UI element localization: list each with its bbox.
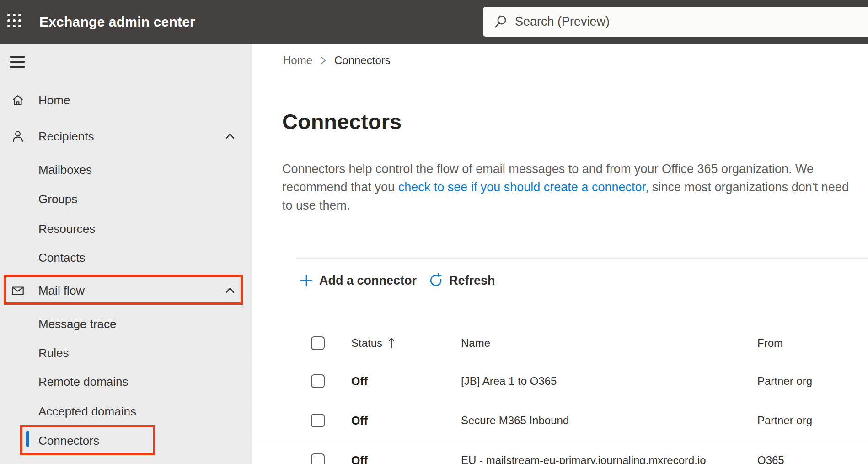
page-description: Connectors help control the flow of emai… [282, 160, 862, 215]
sidebar-item-label: Recipients [38, 129, 94, 144]
sidebar-item-mailboxes[interactable]: Mailboxes [0, 160, 252, 180]
sidebar-item-remote-domains[interactable]: Remote domains [0, 372, 252, 392]
sidebar-item-home[interactable]: Home [0, 90, 252, 110]
selected-item-indicator [26, 431, 29, 447]
sort-ascending-icon [388, 337, 395, 349]
cell-from: Partner org [757, 375, 812, 388]
sidebar-item-message-trace[interactable]: Message trace [0, 314, 252, 334]
column-header-name[interactable]: Name [461, 337, 490, 350]
sidebar-item-label: Accepted domains [38, 405, 136, 419]
chevron-up-icon[interactable] [223, 284, 237, 297]
sidebar-item-connectors[interactable]: Connectors [0, 431, 252, 451]
refresh-icon [429, 273, 443, 288]
person-icon [11, 129, 25, 143]
nav-collapse-icon[interactable] [10, 56, 25, 68]
add-connector-label: Add a connector [319, 274, 417, 288]
sidebar-item-label: Groups [38, 192, 77, 206]
cell-status: Off [351, 414, 368, 427]
create-connector-check-link[interactable]: check to see if you should create a conn… [398, 180, 649, 194]
cell-name: Secure M365 Inbound [461, 414, 569, 427]
sidebar-item-groups[interactable]: Groups [0, 189, 252, 209]
app-launcher-icon[interactable] [7, 14, 24, 30]
row-checkbox[interactable] [311, 414, 325, 427]
refresh-label: Refresh [449, 274, 495, 288]
table-header-row: Status Name From [252, 325, 868, 361]
search-icon [493, 15, 508, 29]
page-title: Connectors [282, 109, 402, 134]
sidebar-item-recipients[interactable]: Recipients [0, 126, 252, 146]
left-nav: Home Recipients Mailboxes Groups Resourc… [0, 44, 252, 464]
sidebar-item-label: Remote domains [38, 375, 129, 389]
sidebar-item-rules[interactable]: Rules [0, 343, 252, 363]
breadcrumb: Home Connectors [283, 54, 391, 67]
select-all-checkbox[interactable] [311, 336, 325, 350]
sidebar-item-label: Message trace [38, 317, 117, 331]
table-row[interactable]: Off Secure M365 Inbound Partner org [252, 401, 868, 440]
column-header-from[interactable]: From [757, 337, 783, 350]
sidebar-item-label: Mailboxes [38, 163, 92, 177]
app-title: Exchange admin center [39, 0, 195, 44]
chevron-up-icon[interactable] [223, 129, 237, 143]
global-search[interactable] [483, 7, 868, 37]
add-connector-button[interactable]: Add a connector [300, 274, 417, 288]
sidebar-item-label: Mail flow [38, 284, 85, 298]
cell-name: EU - mailstream-eu-primary.journaling.mx… [461, 454, 706, 464]
sidebar-item-mail-flow[interactable]: Mail flow [0, 281, 252, 301]
home-icon [11, 93, 25, 107]
sidebar-item-label: Connectors [38, 434, 99, 448]
breadcrumb-current: Connectors [334, 54, 391, 67]
table-row[interactable]: Off EU - mailstream-eu-primary.journalin… [252, 440, 868, 464]
top-app-bar: Exchange admin center [0, 0, 868, 44]
cell-from: O365 [757, 454, 784, 464]
sidebar-item-label: Resources [38, 222, 95, 236]
connectors-table: Status Name From Off [JB] Area 1 to O365… [252, 325, 868, 464]
main-content: Home Connectors Connectors Connectors he… [252, 44, 868, 464]
envelope-icon [11, 284, 25, 297]
breadcrumb-chevron-icon [320, 55, 327, 66]
cell-status: Off [351, 374, 368, 388]
search-input[interactable] [515, 15, 789, 29]
cell-status: Off [351, 454, 368, 464]
refresh-button[interactable]: Refresh [429, 273, 495, 288]
sidebar-item-contacts[interactable]: Contacts [0, 248, 252, 268]
row-checkbox[interactable] [311, 374, 325, 388]
toolbar-divider [297, 258, 868, 259]
sidebar-item-accepted-domains[interactable]: Accepted domains [0, 401, 252, 421]
sidebar-item-resources[interactable]: Resources [0, 219, 252, 239]
column-header-status[interactable]: Status [351, 337, 395, 350]
command-bar: Add a connector Refresh [300, 270, 495, 291]
sidebar-item-label: Home [38, 93, 70, 108]
row-checkbox[interactable] [311, 453, 325, 464]
plus-icon [300, 274, 313, 287]
cell-from: Partner org [757, 414, 812, 427]
table-row[interactable]: Off [JB] Area 1 to O365 Partner org [252, 361, 868, 401]
sidebar-item-label: Rules [38, 346, 69, 360]
cell-name: [JB] Area 1 to O365 [461, 375, 557, 388]
sidebar-item-label: Contacts [38, 251, 86, 265]
breadcrumb-home-link[interactable]: Home [283, 54, 312, 67]
